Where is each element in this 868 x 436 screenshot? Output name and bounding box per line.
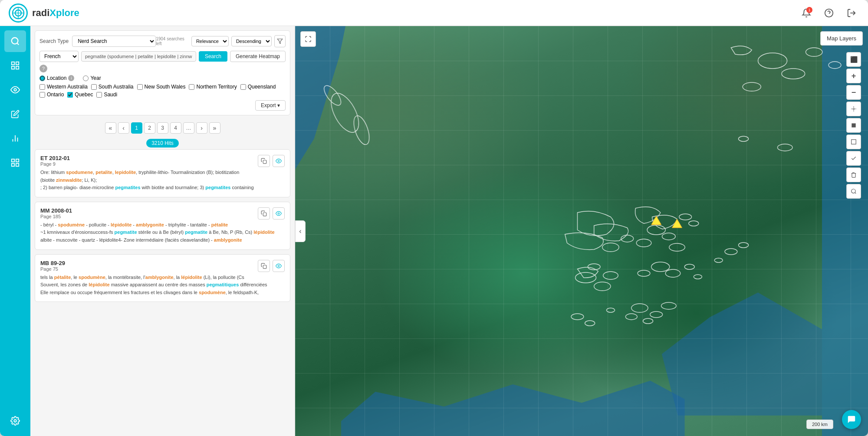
radio-year[interactable]: Year (83, 75, 101, 81)
cb-queensland[interactable]: Queensland (240, 84, 276, 90)
sidebar-item-chart[interactable] (4, 128, 26, 149)
cb-south-australia[interactable]: South Australia (91, 84, 134, 90)
svg-point-29 (326, 89, 364, 137)
export-button[interactable]: Export ▾ (255, 100, 286, 111)
svg-point-37 (777, 144, 792, 151)
descending-select[interactable]: Descending (231, 36, 272, 46)
sidebar-item-grid[interactable] (4, 152, 26, 174)
radio-location[interactable]: Location i (39, 75, 74, 81)
svg-point-26 (278, 213, 279, 214)
svg-point-41 (636, 239, 651, 247)
card-header-3: MB 89-29 Page 75 (40, 260, 285, 272)
sidebar-item-edit[interactable] (4, 103, 26, 125)
sidebar-item-settings[interactable] (4, 410, 26, 432)
map-collapse-button[interactable]: ‹ (295, 220, 306, 242)
svg-point-72 (852, 189, 855, 193)
svg-point-51 (651, 262, 670, 272)
page-prev-btn[interactable]: ‹ (118, 122, 129, 134)
card-actions-1 (258, 155, 285, 167)
water-west (295, 26, 421, 231)
page-next-btn[interactable]: › (196, 122, 207, 134)
card-header-2: MM 2008-01 Page 185 (40, 207, 285, 220)
card-copy-btn-3[interactable] (258, 260, 270, 272)
sidebar-item-search[interactable] (4, 30, 26, 52)
map-background[interactable]: ‹ Map Layers ⬛ + − (295, 26, 868, 436)
language-select[interactable]: French English (39, 51, 79, 62)
svg-rect-18 (16, 159, 19, 162)
map-fullscreen-button[interactable] (300, 31, 316, 47)
map-zoom-out-btn[interactable]: − (846, 85, 861, 100)
search-type-select[interactable]: Nerd Search (72, 36, 156, 47)
relevance-select[interactable]: Relevance (191, 36, 229, 46)
svg-point-45 (679, 214, 692, 220)
cb-saudi[interactable]: Saudi (96, 92, 117, 98)
card-body-2: - béryl - spodumène - pollucite - lépido… (40, 221, 285, 244)
card-view-btn-2[interactable] (273, 207, 285, 220)
filter-button[interactable] (274, 35, 286, 47)
map-check-btn[interactable] (846, 151, 861, 166)
logo-icon (9, 3, 28, 23)
svg-marker-22 (277, 39, 283, 44)
svg-point-65 (739, 243, 749, 248)
search-row1: Search Type Nerd Search 1904 searches le… (39, 35, 286, 47)
card-view-btn-1[interactable] (273, 155, 285, 167)
svg-point-33 (782, 69, 805, 79)
map-marker-btn[interactable] (846, 118, 861, 133)
location-help[interactable]: i (68, 75, 74, 81)
top-bar-right: 1 (799, 5, 859, 21)
logout-button[interactable] (844, 5, 859, 21)
cb-ontario[interactable]: Ontario (39, 92, 64, 98)
map-square-icon[interactable]: ⬛ (846, 52, 861, 67)
svg-rect-27 (263, 265, 266, 269)
page-4-btn[interactable]: 4 (170, 122, 181, 134)
heatmap-button[interactable]: Generate Heatmap (230, 51, 286, 62)
page-last-btn[interactable]: » (209, 122, 220, 134)
cb-quebec[interactable]: Quebec (67, 92, 93, 98)
water-east (822, 26, 868, 436)
chat-button[interactable] (842, 410, 861, 429)
page-1-btn[interactable]: 1 (131, 122, 142, 134)
svg-point-7 (12, 38, 18, 44)
svg-point-35 (743, 82, 761, 91)
map-box-btn[interactable] (846, 134, 861, 149)
map-layers-button[interactable]: Map Layers (820, 31, 863, 46)
svg-point-32 (758, 53, 787, 69)
svg-point-39 (602, 243, 619, 252)
card-subtitle-1: Page 9 (40, 161, 70, 167)
notification-button[interactable]: 1 (799, 5, 814, 21)
cb-new-south-wales[interactable]: New South Wales (137, 84, 186, 90)
pagination: « ‹ 1 2 3 4 … › » (35, 122, 290, 134)
svg-point-59 (661, 302, 676, 309)
map-search-btn[interactable] (846, 184, 861, 199)
help-row: ? (39, 65, 286, 72)
search-button[interactable]: Search (199, 51, 227, 62)
cb-northern-territory[interactable]: Northern Territory (189, 84, 237, 90)
svg-point-61 (606, 308, 615, 312)
page-3-btn[interactable]: 3 (157, 122, 168, 134)
page-dots-btn[interactable]: … (183, 122, 194, 134)
map-delete-btn[interactable] (846, 167, 861, 182)
map-locate-btn[interactable] (846, 102, 861, 116)
map-zoom-in-btn[interactable]: + (846, 69, 861, 83)
search-controls: Search Type Nerd Search 1904 searches le… (35, 30, 290, 115)
card-copy-btn-2[interactable] (258, 207, 270, 220)
svg-point-40 (621, 235, 634, 242)
sidebar-item-layers[interactable] (4, 55, 26, 76)
search-type-label: Search Type (39, 38, 69, 44)
help-icon[interactable]: ? (39, 65, 47, 72)
page-first-btn[interactable]: « (105, 122, 116, 134)
card-copy-btn-1[interactable] (258, 155, 270, 167)
search-terms-input[interactable] (81, 51, 196, 62)
svg-rect-71 (852, 140, 856, 144)
card-view-btn-3[interactable] (273, 260, 285, 272)
svg-point-56 (631, 304, 648, 312)
svg-rect-20 (16, 164, 19, 166)
sidebar-item-eye[interactable] (4, 79, 26, 101)
search-row3: French English Search Generate Heatmap (39, 51, 286, 62)
svg-point-60 (625, 314, 637, 320)
svg-point-55 (694, 275, 702, 279)
svg-point-24 (278, 160, 279, 162)
cb-western-australia[interactable]: Western Australia (39, 84, 88, 90)
page-2-btn[interactable]: 2 (144, 122, 155, 134)
help-button[interactable] (821, 5, 837, 21)
